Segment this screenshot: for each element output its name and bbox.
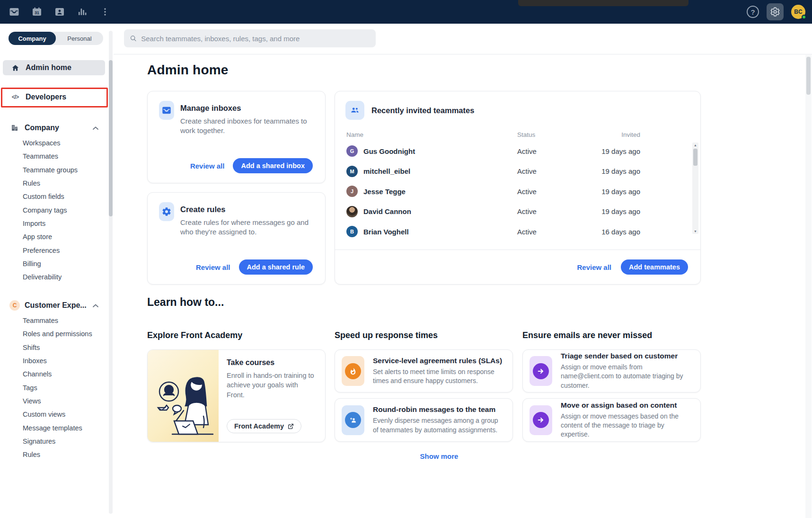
more-options-icon[interactable]: [99, 6, 111, 18]
table-scrollbar[interactable]: ▲ ▼: [692, 143, 698, 234]
sidebar-item[interactable]: Imports: [0, 217, 109, 230]
sidebar-item[interactable]: Tags: [0, 381, 109, 394]
round-robin-card[interactable]: Round-robin messages to the team Evenly …: [335, 398, 513, 442]
sidebar-item[interactable]: App store: [0, 230, 109, 243]
sidebar-item[interactable]: Company tags: [0, 203, 109, 216]
mini-card-description: Assign or move messages based on the con…: [561, 412, 693, 439]
table-scrollbar-thumb[interactable]: [693, 149, 697, 166]
teammate-status: Active: [517, 167, 583, 175]
sidebar-item[interactable]: Signatures: [0, 435, 109, 448]
scope-toggle: Company Personal: [9, 32, 103, 45]
sidebar-item-admin-home[interactable]: Admin home: [3, 60, 105, 75]
settings-gear-icon[interactable]: [767, 3, 784, 20]
avatar: M: [346, 166, 358, 177]
arrow-right-icon: [533, 363, 549, 379]
teammate-name: David Cannon: [363, 207, 411, 215]
sidebar-item-label: Admin home: [26, 63, 71, 72]
teammates-tile-icon: [345, 101, 364, 120]
sidebar-item[interactable]: Message templates: [0, 421, 109, 434]
sidebar-item[interactable]: Preferences: [0, 243, 109, 257]
gear-tile-icon: [159, 202, 174, 221]
table-row[interactable]: B Brian Voghell Active 16 days ago: [335, 222, 700, 242]
inbox-icon[interactable]: [9, 6, 20, 18]
sidebar-scrollbar-thumb[interactable]: [109, 60, 113, 216]
main-content: Admin home Manage inboxes Create shared …: [114, 24, 812, 518]
sidebar-section-company[interactable]: Company: [3, 121, 105, 135]
teammate-invited: 19 days ago: [583, 167, 640, 175]
sidebar-item[interactable]: Teammate groups: [0, 163, 109, 177]
sidebar-item[interactable]: Views: [0, 394, 109, 408]
sidebar-item[interactable]: Channels: [0, 367, 109, 381]
sidebar-item[interactable]: Rules: [0, 448, 109, 461]
contacts-icon[interactable]: [54, 6, 65, 18]
move-assign-card[interactable]: Move or assign based on content Assign o…: [522, 398, 701, 442]
teammate-name: mitchell_eibel: [363, 167, 410, 175]
flame-icon: [345, 363, 361, 379]
admin-search[interactable]: [124, 29, 376, 47]
sidebar-item[interactable]: Workspaces: [0, 136, 109, 150]
recently-invited-teammates-card: Recently invited teammates Name Status I…: [335, 91, 701, 285]
front-academy-button[interactable]: Front Academy: [227, 419, 301, 433]
sidebar-item-developers[interactable]: </> Developers: [3, 89, 105, 105]
card-title: Create rules: [180, 205, 314, 214]
add-shared-rule-button[interactable]: Add a shared rule: [239, 259, 313, 275]
scroll-up-arrow[interactable]: ▲: [692, 143, 698, 147]
table-row[interactable]: G Gus Goodnight Active 19 days ago: [335, 141, 700, 161]
sidebar-item[interactable]: Custom views: [0, 408, 109, 421]
scroll-down-arrow[interactable]: ▼: [692, 230, 698, 233]
building-icon: [9, 124, 20, 132]
sidebar-section-customer-experience[interactable]: C Customer Expe...: [3, 298, 105, 313]
user-avatar[interactable]: BC: [791, 5, 805, 19]
column-invited: Invited: [583, 131, 640, 138]
sla-card[interactable]: Service-level agreement rules (SLAs) Set…: [335, 349, 513, 393]
search-input[interactable]: [141, 35, 370, 43]
home-icon: [10, 64, 20, 72]
table-header: Name Status Invited: [335, 131, 700, 138]
triage-tile: [530, 356, 552, 386]
sidebar-item[interactable]: Inboxes: [0, 354, 109, 367]
triage-sender-card[interactable]: Triage sender based on customer Assign o…: [522, 349, 701, 393]
add-teammates-button[interactable]: Add teammates: [621, 259, 688, 275]
page-scrollbar-track[interactable]: [805, 55, 812, 518]
sidebar-item[interactable]: Teammates: [0, 150, 109, 163]
front-academy-card: Take courses Enroll in hands-on training…: [147, 349, 326, 442]
help-icon[interactable]: ?: [747, 6, 759, 18]
teammate-status: Active: [517, 228, 583, 236]
teammate-name: Brian Voghell: [363, 228, 409, 236]
toggle-company[interactable]: Company: [9, 32, 56, 45]
browser-overlay-artifact: [518, 0, 688, 6]
chevron-up-icon[interactable]: [93, 301, 98, 310]
mini-card-description: Evenly disperse messages among a group o…: [373, 416, 505, 435]
add-shared-inbox-button[interactable]: Add a shared inbox: [233, 158, 313, 173]
sidebar-item[interactable]: Rules: [0, 177, 109, 190]
show-more-link[interactable]: Show more: [368, 452, 510, 460]
table-row[interactable]: D David Cannon Active 19 days ago: [335, 202, 700, 222]
learn-heading: Learn how to...: [147, 296, 224, 309]
card-description: Create shared inboxes for teammates to w…: [180, 116, 314, 136]
sidebar-item[interactable]: Teammates: [0, 314, 109, 327]
chevron-up-icon[interactable]: [93, 124, 98, 132]
column-name: Name: [346, 131, 517, 138]
mini-card-title: Move or assign based on content: [561, 401, 693, 410]
card-description: Create rules for where messages go and w…: [180, 218, 314, 237]
review-all-link[interactable]: Review all: [196, 263, 230, 271]
review-all-link[interactable]: Review all: [577, 263, 611, 271]
card-footer-divider: [335, 250, 700, 250]
review-all-link[interactable]: Review all: [190, 162, 225, 170]
teammates-table: G Gus Goodnight Active 19 days ago M mit…: [335, 141, 700, 242]
calendar-icon[interactable]: 31: [31, 6, 43, 18]
avatar: B: [346, 226, 358, 237]
analytics-icon[interactable]: [77, 6, 88, 18]
sidebar-item[interactable]: Billing: [0, 257, 109, 270]
table-row[interactable]: J Jesse Tegge Active 19 days ago: [335, 181, 700, 202]
sidebar-item[interactable]: Roles and permissions: [0, 327, 109, 340]
page-title: Admin home: [147, 63, 229, 78]
avatar-initials: BC: [794, 9, 802, 15]
sidebar-item[interactable]: Shifts: [0, 341, 109, 354]
sidebar-item[interactable]: Deliverability: [0, 270, 109, 284]
sidebar-item[interactable]: Custom fields: [0, 190, 109, 203]
toggle-personal[interactable]: Personal: [56, 32, 103, 45]
avatar: D: [346, 206, 358, 217]
table-row[interactable]: M mitchell_eibel Active 19 days ago: [335, 161, 700, 182]
page-scrollbar-thumb[interactable]: [806, 57, 811, 95]
